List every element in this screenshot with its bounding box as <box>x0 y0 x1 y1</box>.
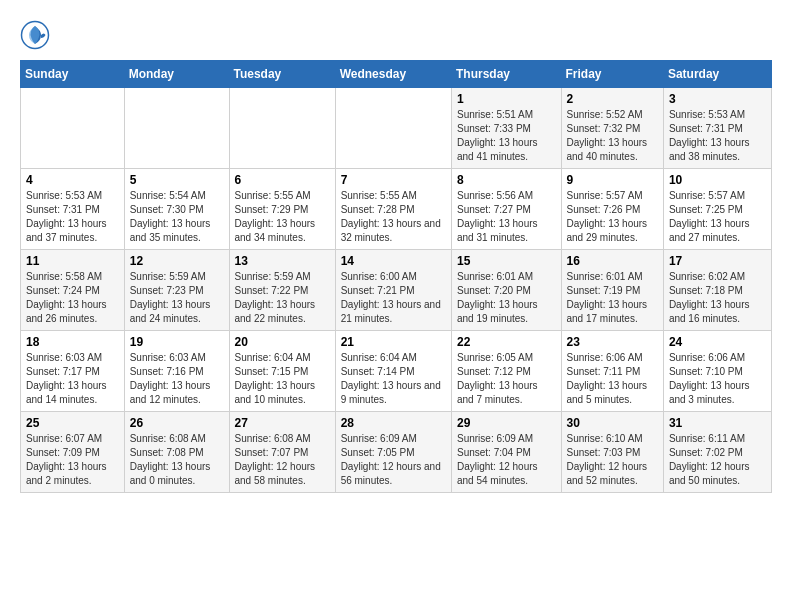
calendar-cell: 19Sunrise: 6:03 AMSunset: 7:16 PMDayligh… <box>124 331 229 412</box>
day-number: 12 <box>130 254 224 268</box>
calendar-cell: 12Sunrise: 5:59 AMSunset: 7:23 PMDayligh… <box>124 250 229 331</box>
day-number: 21 <box>341 335 446 349</box>
calendar-cell: 3Sunrise: 5:53 AMSunset: 7:31 PMDaylight… <box>663 88 771 169</box>
calendar-cell: 15Sunrise: 6:01 AMSunset: 7:20 PMDayligh… <box>451 250 561 331</box>
day-info: Sunrise: 5:54 AMSunset: 7:30 PMDaylight:… <box>130 189 224 245</box>
day-info: Sunrise: 6:03 AMSunset: 7:17 PMDaylight:… <box>26 351 119 407</box>
calendar-cell: 10Sunrise: 5:57 AMSunset: 7:25 PMDayligh… <box>663 169 771 250</box>
calendar-cell: 26Sunrise: 6:08 AMSunset: 7:08 PMDayligh… <box>124 412 229 493</box>
day-number: 11 <box>26 254 119 268</box>
day-number: 31 <box>669 416 766 430</box>
day-info: Sunrise: 5:55 AMSunset: 7:29 PMDaylight:… <box>235 189 330 245</box>
calendar-cell <box>124 88 229 169</box>
weekday-header-friday: Friday <box>561 61 663 88</box>
day-info: Sunrise: 6:08 AMSunset: 7:07 PMDaylight:… <box>235 432 330 488</box>
calendar-cell: 8Sunrise: 5:56 AMSunset: 7:27 PMDaylight… <box>451 169 561 250</box>
calendar-cell <box>229 88 335 169</box>
day-info: Sunrise: 5:51 AMSunset: 7:33 PMDaylight:… <box>457 108 556 164</box>
day-info: Sunrise: 5:55 AMSunset: 7:28 PMDaylight:… <box>341 189 446 245</box>
day-info: Sunrise: 6:05 AMSunset: 7:12 PMDaylight:… <box>457 351 556 407</box>
calendar-cell: 24Sunrise: 6:06 AMSunset: 7:10 PMDayligh… <box>663 331 771 412</box>
calendar-cell: 4Sunrise: 5:53 AMSunset: 7:31 PMDaylight… <box>21 169 125 250</box>
weekday-header-monday: Monday <box>124 61 229 88</box>
day-info: Sunrise: 6:06 AMSunset: 7:10 PMDaylight:… <box>669 351 766 407</box>
day-number: 6 <box>235 173 330 187</box>
calendar-cell: 27Sunrise: 6:08 AMSunset: 7:07 PMDayligh… <box>229 412 335 493</box>
logo-icon <box>20 20 50 50</box>
day-number: 28 <box>341 416 446 430</box>
day-info: Sunrise: 6:10 AMSunset: 7:03 PMDaylight:… <box>567 432 658 488</box>
day-number: 1 <box>457 92 556 106</box>
calendar-cell: 21Sunrise: 6:04 AMSunset: 7:14 PMDayligh… <box>335 331 451 412</box>
calendar-cell: 16Sunrise: 6:01 AMSunset: 7:19 PMDayligh… <box>561 250 663 331</box>
calendar-cell: 31Sunrise: 6:11 AMSunset: 7:02 PMDayligh… <box>663 412 771 493</box>
day-info: Sunrise: 6:01 AMSunset: 7:20 PMDaylight:… <box>457 270 556 326</box>
calendar-cell <box>21 88 125 169</box>
day-number: 15 <box>457 254 556 268</box>
day-info: Sunrise: 6:02 AMSunset: 7:18 PMDaylight:… <box>669 270 766 326</box>
calendar-cell: 20Sunrise: 6:04 AMSunset: 7:15 PMDayligh… <box>229 331 335 412</box>
day-info: Sunrise: 6:00 AMSunset: 7:21 PMDaylight:… <box>341 270 446 326</box>
day-number: 9 <box>567 173 658 187</box>
day-number: 13 <box>235 254 330 268</box>
day-number: 10 <box>669 173 766 187</box>
day-number: 16 <box>567 254 658 268</box>
day-number: 18 <box>26 335 119 349</box>
day-number: 19 <box>130 335 224 349</box>
day-info: Sunrise: 6:09 AMSunset: 7:05 PMDaylight:… <box>341 432 446 488</box>
calendar-cell: 29Sunrise: 6:09 AMSunset: 7:04 PMDayligh… <box>451 412 561 493</box>
calendar-cell: 17Sunrise: 6:02 AMSunset: 7:18 PMDayligh… <box>663 250 771 331</box>
day-info: Sunrise: 5:53 AMSunset: 7:31 PMDaylight:… <box>26 189 119 245</box>
weekday-header-saturday: Saturday <box>663 61 771 88</box>
day-info: Sunrise: 6:03 AMSunset: 7:16 PMDaylight:… <box>130 351 224 407</box>
calendar-cell: 28Sunrise: 6:09 AMSunset: 7:05 PMDayligh… <box>335 412 451 493</box>
calendar-cell <box>335 88 451 169</box>
calendar-cell: 18Sunrise: 6:03 AMSunset: 7:17 PMDayligh… <box>21 331 125 412</box>
calendar-table: SundayMondayTuesdayWednesdayThursdayFrid… <box>20 60 772 493</box>
weekday-header-row: SundayMondayTuesdayWednesdayThursdayFrid… <box>21 61 772 88</box>
day-info: Sunrise: 5:58 AMSunset: 7:24 PMDaylight:… <box>26 270 119 326</box>
calendar-cell: 13Sunrise: 5:59 AMSunset: 7:22 PMDayligh… <box>229 250 335 331</box>
day-number: 3 <box>669 92 766 106</box>
day-number: 4 <box>26 173 119 187</box>
weekday-header-thursday: Thursday <box>451 61 561 88</box>
day-number: 30 <box>567 416 658 430</box>
day-number: 25 <box>26 416 119 430</box>
weekday-header-wednesday: Wednesday <box>335 61 451 88</box>
calendar-cell: 9Sunrise: 5:57 AMSunset: 7:26 PMDaylight… <box>561 169 663 250</box>
day-info: Sunrise: 6:09 AMSunset: 7:04 PMDaylight:… <box>457 432 556 488</box>
calendar-week-row: 1Sunrise: 5:51 AMSunset: 7:33 PMDaylight… <box>21 88 772 169</box>
day-number: 23 <box>567 335 658 349</box>
calendar-week-row: 18Sunrise: 6:03 AMSunset: 7:17 PMDayligh… <box>21 331 772 412</box>
day-number: 24 <box>669 335 766 349</box>
calendar-cell: 2Sunrise: 5:52 AMSunset: 7:32 PMDaylight… <box>561 88 663 169</box>
day-number: 5 <box>130 173 224 187</box>
day-info: Sunrise: 5:57 AMSunset: 7:26 PMDaylight:… <box>567 189 658 245</box>
day-info: Sunrise: 6:07 AMSunset: 7:09 PMDaylight:… <box>26 432 119 488</box>
calendar-cell: 14Sunrise: 6:00 AMSunset: 7:21 PMDayligh… <box>335 250 451 331</box>
day-number: 7 <box>341 173 446 187</box>
calendar-cell: 5Sunrise: 5:54 AMSunset: 7:30 PMDaylight… <box>124 169 229 250</box>
calendar-cell: 25Sunrise: 6:07 AMSunset: 7:09 PMDayligh… <box>21 412 125 493</box>
calendar-cell: 30Sunrise: 6:10 AMSunset: 7:03 PMDayligh… <box>561 412 663 493</box>
day-number: 14 <box>341 254 446 268</box>
day-info: Sunrise: 6:04 AMSunset: 7:15 PMDaylight:… <box>235 351 330 407</box>
page-header <box>20 20 772 50</box>
calendar-cell: 23Sunrise: 6:06 AMSunset: 7:11 PMDayligh… <box>561 331 663 412</box>
calendar-cell: 11Sunrise: 5:58 AMSunset: 7:24 PMDayligh… <box>21 250 125 331</box>
day-info: Sunrise: 5:57 AMSunset: 7:25 PMDaylight:… <box>669 189 766 245</box>
day-info: Sunrise: 6:08 AMSunset: 7:08 PMDaylight:… <box>130 432 224 488</box>
day-info: Sunrise: 5:59 AMSunset: 7:22 PMDaylight:… <box>235 270 330 326</box>
day-number: 8 <box>457 173 556 187</box>
calendar-week-row: 4Sunrise: 5:53 AMSunset: 7:31 PMDaylight… <box>21 169 772 250</box>
calendar-cell: 6Sunrise: 5:55 AMSunset: 7:29 PMDaylight… <box>229 169 335 250</box>
day-info: Sunrise: 5:59 AMSunset: 7:23 PMDaylight:… <box>130 270 224 326</box>
logo <box>20 20 54 50</box>
day-number: 2 <box>567 92 658 106</box>
day-number: 17 <box>669 254 766 268</box>
day-number: 26 <box>130 416 224 430</box>
calendar-cell: 22Sunrise: 6:05 AMSunset: 7:12 PMDayligh… <box>451 331 561 412</box>
day-info: Sunrise: 6:04 AMSunset: 7:14 PMDaylight:… <box>341 351 446 407</box>
day-number: 29 <box>457 416 556 430</box>
calendar-cell: 1Sunrise: 5:51 AMSunset: 7:33 PMDaylight… <box>451 88 561 169</box>
